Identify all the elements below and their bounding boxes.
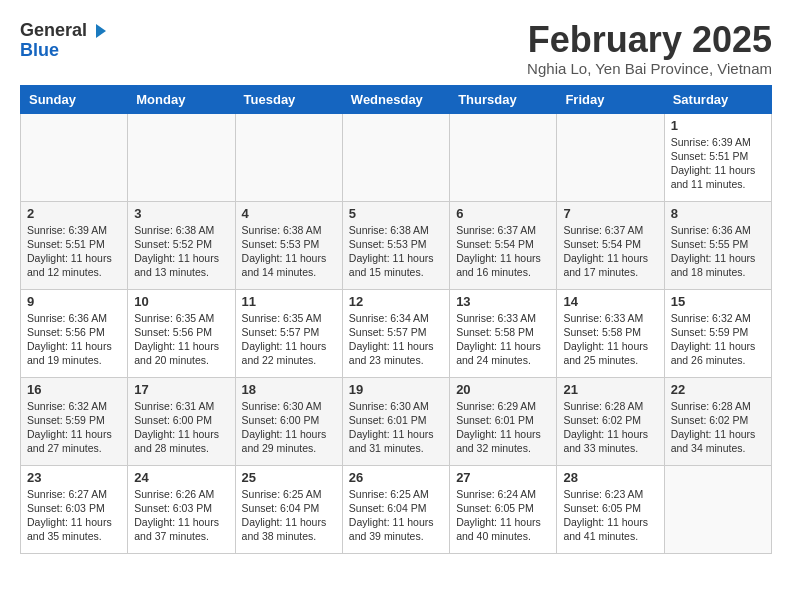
day-info: Sunrise: 6:25 AMSunset: 6:04 PMDaylight:…	[349, 487, 443, 544]
day-number: 15	[671, 294, 765, 309]
calendar-cell: 26Sunrise: 6:25 AMSunset: 6:04 PMDayligh…	[342, 465, 449, 553]
calendar-cell: 12Sunrise: 6:34 AMSunset: 5:57 PMDayligh…	[342, 289, 449, 377]
calendar-cell: 2Sunrise: 6:39 AMSunset: 5:51 PMDaylight…	[21, 201, 128, 289]
calendar-cell: 4Sunrise: 6:38 AMSunset: 5:53 PMDaylight…	[235, 201, 342, 289]
day-number: 6	[456, 206, 550, 221]
calendar-cell	[557, 113, 664, 201]
day-number: 5	[349, 206, 443, 221]
calendar-cell: 15Sunrise: 6:32 AMSunset: 5:59 PMDayligh…	[664, 289, 771, 377]
calendar-header-row: Sunday Monday Tuesday Wednesday Thursday…	[21, 85, 772, 113]
day-info: Sunrise: 6:29 AMSunset: 6:01 PMDaylight:…	[456, 399, 550, 456]
day-info: Sunrise: 6:30 AMSunset: 6:00 PMDaylight:…	[242, 399, 336, 456]
day-number: 1	[671, 118, 765, 133]
day-info: Sunrise: 6:39 AMSunset: 5:51 PMDaylight:…	[671, 135, 765, 192]
day-number: 20	[456, 382, 550, 397]
day-number: 16	[27, 382, 121, 397]
page-header: General Blue February 2025 Nghia Lo, Yen…	[20, 20, 772, 77]
day-info: Sunrise: 6:34 AMSunset: 5:57 PMDaylight:…	[349, 311, 443, 368]
calendar-cell: 8Sunrise: 6:36 AMSunset: 5:55 PMDaylight…	[664, 201, 771, 289]
calendar-cell: 7Sunrise: 6:37 AMSunset: 5:54 PMDaylight…	[557, 201, 664, 289]
day-info: Sunrise: 6:33 AMSunset: 5:58 PMDaylight:…	[456, 311, 550, 368]
day-info: Sunrise: 6:37 AMSunset: 5:54 PMDaylight:…	[456, 223, 550, 280]
calendar-cell: 27Sunrise: 6:24 AMSunset: 6:05 PMDayligh…	[450, 465, 557, 553]
day-info: Sunrise: 6:28 AMSunset: 6:02 PMDaylight:…	[671, 399, 765, 456]
calendar-table: Sunday Monday Tuesday Wednesday Thursday…	[20, 85, 772, 554]
calendar-cell: 18Sunrise: 6:30 AMSunset: 6:00 PMDayligh…	[235, 377, 342, 465]
logo-blue: Blue	[20, 41, 59, 59]
day-info: Sunrise: 6:31 AMSunset: 6:00 PMDaylight:…	[134, 399, 228, 456]
calendar-cell: 17Sunrise: 6:31 AMSunset: 6:00 PMDayligh…	[128, 377, 235, 465]
day-number: 28	[563, 470, 657, 485]
calendar-cell: 23Sunrise: 6:27 AMSunset: 6:03 PMDayligh…	[21, 465, 128, 553]
calendar-cell: 13Sunrise: 6:33 AMSunset: 5:58 PMDayligh…	[450, 289, 557, 377]
header-monday: Monday	[128, 85, 235, 113]
calendar-cell: 14Sunrise: 6:33 AMSunset: 5:58 PMDayligh…	[557, 289, 664, 377]
calendar-subtitle: Nghia Lo, Yen Bai Province, Vietnam	[527, 60, 772, 77]
day-info: Sunrise: 6:35 AMSunset: 5:56 PMDaylight:…	[134, 311, 228, 368]
calendar-cell	[235, 113, 342, 201]
day-info: Sunrise: 6:38 AMSunset: 5:53 PMDaylight:…	[349, 223, 443, 280]
calendar-cell: 3Sunrise: 6:38 AMSunset: 5:52 PMDaylight…	[128, 201, 235, 289]
day-number: 19	[349, 382, 443, 397]
day-number: 11	[242, 294, 336, 309]
calendar-cell: 22Sunrise: 6:28 AMSunset: 6:02 PMDayligh…	[664, 377, 771, 465]
calendar-cell: 20Sunrise: 6:29 AMSunset: 6:01 PMDayligh…	[450, 377, 557, 465]
day-info: Sunrise: 6:36 AMSunset: 5:55 PMDaylight:…	[671, 223, 765, 280]
day-info: Sunrise: 6:32 AMSunset: 5:59 PMDaylight:…	[671, 311, 765, 368]
logo: General Blue	[20, 20, 110, 59]
day-number: 4	[242, 206, 336, 221]
calendar-cell: 21Sunrise: 6:28 AMSunset: 6:02 PMDayligh…	[557, 377, 664, 465]
day-number: 7	[563, 206, 657, 221]
day-info: Sunrise: 6:38 AMSunset: 5:53 PMDaylight:…	[242, 223, 336, 280]
calendar-cell: 5Sunrise: 6:38 AMSunset: 5:53 PMDaylight…	[342, 201, 449, 289]
day-info: Sunrise: 6:27 AMSunset: 6:03 PMDaylight:…	[27, 487, 121, 544]
day-number: 14	[563, 294, 657, 309]
day-info: Sunrise: 6:35 AMSunset: 5:57 PMDaylight:…	[242, 311, 336, 368]
day-number: 18	[242, 382, 336, 397]
header-saturday: Saturday	[664, 85, 771, 113]
day-number: 13	[456, 294, 550, 309]
day-info: Sunrise: 6:36 AMSunset: 5:56 PMDaylight:…	[27, 311, 121, 368]
day-number: 8	[671, 206, 765, 221]
day-number: 17	[134, 382, 228, 397]
calendar-cell: 9Sunrise: 6:36 AMSunset: 5:56 PMDaylight…	[21, 289, 128, 377]
calendar-cell	[342, 113, 449, 201]
calendar-week-row: 23Sunrise: 6:27 AMSunset: 6:03 PMDayligh…	[21, 465, 772, 553]
day-number: 26	[349, 470, 443, 485]
day-info: Sunrise: 6:25 AMSunset: 6:04 PMDaylight:…	[242, 487, 336, 544]
calendar-week-row: 9Sunrise: 6:36 AMSunset: 5:56 PMDaylight…	[21, 289, 772, 377]
day-info: Sunrise: 6:26 AMSunset: 6:03 PMDaylight:…	[134, 487, 228, 544]
calendar-week-row: 1Sunrise: 6:39 AMSunset: 5:51 PMDaylight…	[21, 113, 772, 201]
day-number: 27	[456, 470, 550, 485]
calendar-title: February 2025	[527, 20, 772, 60]
calendar-cell: 1Sunrise: 6:39 AMSunset: 5:51 PMDaylight…	[664, 113, 771, 201]
day-info: Sunrise: 6:24 AMSunset: 6:05 PMDaylight:…	[456, 487, 550, 544]
day-number: 3	[134, 206, 228, 221]
calendar-cell: 28Sunrise: 6:23 AMSunset: 6:05 PMDayligh…	[557, 465, 664, 553]
header-wednesday: Wednesday	[342, 85, 449, 113]
header-tuesday: Tuesday	[235, 85, 342, 113]
logo-general: General	[20, 20, 87, 40]
logo-arrow-icon	[92, 22, 110, 40]
day-info: Sunrise: 6:30 AMSunset: 6:01 PMDaylight:…	[349, 399, 443, 456]
day-number: 22	[671, 382, 765, 397]
day-number: 21	[563, 382, 657, 397]
calendar-cell: 16Sunrise: 6:32 AMSunset: 5:59 PMDayligh…	[21, 377, 128, 465]
calendar-week-row: 16Sunrise: 6:32 AMSunset: 5:59 PMDayligh…	[21, 377, 772, 465]
day-info: Sunrise: 6:39 AMSunset: 5:51 PMDaylight:…	[27, 223, 121, 280]
day-info: Sunrise: 6:28 AMSunset: 6:02 PMDaylight:…	[563, 399, 657, 456]
day-info: Sunrise: 6:38 AMSunset: 5:52 PMDaylight:…	[134, 223, 228, 280]
calendar-cell: 10Sunrise: 6:35 AMSunset: 5:56 PMDayligh…	[128, 289, 235, 377]
header-sunday: Sunday	[21, 85, 128, 113]
header-thursday: Thursday	[450, 85, 557, 113]
day-number: 25	[242, 470, 336, 485]
day-number: 24	[134, 470, 228, 485]
day-number: 10	[134, 294, 228, 309]
day-number: 9	[27, 294, 121, 309]
day-number: 12	[349, 294, 443, 309]
calendar-cell: 6Sunrise: 6:37 AMSunset: 5:54 PMDaylight…	[450, 201, 557, 289]
title-area: February 2025 Nghia Lo, Yen Bai Province…	[527, 20, 772, 77]
logo-text: General	[20, 20, 110, 41]
day-info: Sunrise: 6:32 AMSunset: 5:59 PMDaylight:…	[27, 399, 121, 456]
calendar-cell	[21, 113, 128, 201]
